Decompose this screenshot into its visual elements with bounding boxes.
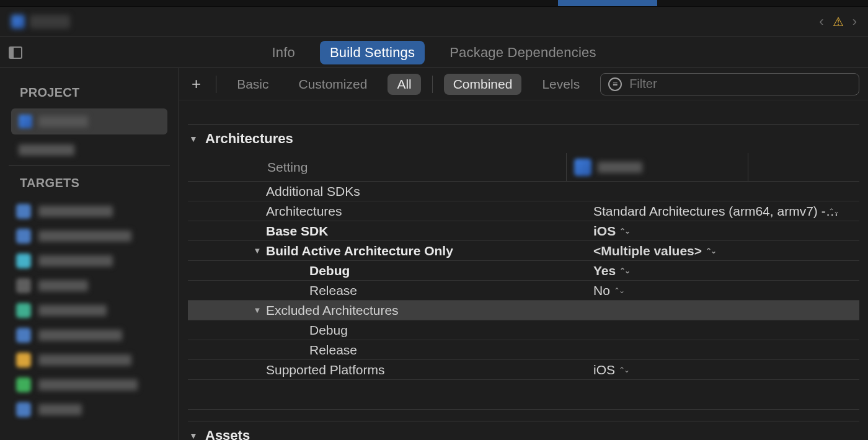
setting-value[interactable]: Yes⌃⌄ [580,263,859,278]
scope-all[interactable]: All [388,74,420,95]
stepper-icon[interactable]: ⌃⌄ [614,286,624,295]
target-label [38,231,131,242]
target-icon [16,303,31,318]
divider [216,76,216,93]
target-label [38,206,113,217]
scope-customized[interactable]: Customized [290,74,377,95]
project-label [38,116,88,127]
target-icon [16,353,31,367]
stepper-icon[interactable]: ⌃⌄ [706,247,715,255]
sidebar-project-item[interactable] [11,108,167,134]
stepper-icon[interactable]: ⌃⌄ [619,227,629,235]
sidebar-project-header: PROJECT [20,86,179,100]
setting-value[interactable]: iOS⌃⌄ [580,224,859,239]
scope-basic[interactable]: Basic [228,74,278,95]
target-icon [16,204,31,219]
target-label [38,280,88,291]
setting-row-excluded-release[interactable]: Release [188,340,859,360]
project-icon [19,115,32,128]
stepper-icon[interactable]: ⌃⌄ [828,207,838,216]
target-label [598,162,642,173]
tab-build-settings[interactable]: Build Settings [320,41,425,64]
setting-row-supported-platforms[interactable]: Supported Platforms iOS⌃⌄ [188,360,859,380]
filter-input[interactable] [629,77,851,91]
sidebar-target-item[interactable] [0,249,179,273]
setting-value[interactable]: <Multiple values>⌃⌄ [580,244,859,258]
target-icon [16,229,31,244]
sidebar-target-item[interactable] [0,273,179,298]
setting-key: Base SDK [188,224,580,239]
divider [432,76,433,93]
target-label [38,255,113,266]
setting-row-base-sdk[interactable]: Base SDK iOS⌃⌄ [188,221,859,241]
section-assets: ▼ Assets [188,421,859,440]
columns-header: Setting [188,153,859,182]
setting-row-build-active-arch[interactable]: ▼ Build Active Architecture Only <Multip… [188,241,859,261]
breadcrumb[interactable] [11,15,70,29]
sidebar-target-item[interactable] [0,397,179,422]
tab-info[interactable]: Info [272,45,295,61]
project-icon [11,15,25,29]
setting-key: Release [188,343,580,358]
sidebar-target-item[interactable] [0,348,179,372]
view-levels[interactable]: Levels [533,74,589,95]
nav-forward-icon[interactable]: › [852,14,857,30]
filter-icon [608,77,622,91]
setting-row-excluded-debug[interactable]: Debug [188,320,859,340]
section-title: Architectures [205,131,293,147]
target-icon [574,159,591,176]
warning-icon[interactable]: ⚠ [833,14,844,29]
sidebar-target-item[interactable] [0,199,179,224]
filter-field[interactable] [600,73,859,95]
target-icon [16,377,31,392]
chevron-down-icon[interactable]: ▼ [252,246,262,255]
setting-row-baao-release[interactable]: Release No⌃⌄ [188,281,859,301]
setting-row-architectures[interactable]: Architectures Standard Architectures (ar… [188,201,859,221]
setting-key: Additional SDKs [188,184,580,199]
tab-package-dependencies[interactable]: Package Dependencies [450,45,596,61]
target-icon [16,253,31,268]
setting-key: Release [188,283,580,298]
setting-value[interactable]: No⌃⌄ [580,283,859,298]
setting-value[interactable]: iOS⌃⌄ [580,363,859,377]
chevron-down-icon[interactable]: ▼ [252,306,262,315]
section-header[interactable]: ▼ Assets [188,421,859,440]
setting-key: Debug [188,263,580,278]
add-button[interactable]: + [188,74,205,94]
sidebar-target-item[interactable] [0,323,179,348]
sidebar-toggle-icon[interactable] [9,46,22,59]
sidebar-project-item[interactable] [11,141,167,159]
section-spacer [188,380,859,410]
setting-value[interactable]: Standard Architectures (arm64, armv7) -…… [580,204,859,219]
column-setting-label: Setting [188,160,566,175]
target-label [38,379,138,390]
target-icon [16,402,31,417]
sidebar-target-item[interactable] [0,224,179,249]
build-settings-pane: + Basic Customized All Combined Levels [179,68,868,440]
stepper-icon[interactable]: ⌃⌄ [619,366,629,374]
section-header[interactable]: ▼ Architectures [188,124,859,153]
setting-row-excluded-arch[interactable]: ▼ Excluded Architectures [188,301,859,320]
setting-key: ▼ Excluded Architectures [188,303,580,318]
setting-key: Architectures [188,204,580,219]
setting-key: Supported Platforms [188,363,580,377]
target-label [38,354,131,366]
setting-row-additional-sdks[interactable]: Additional SDKs [188,182,859,201]
chevron-down-icon: ▼ [188,134,199,144]
section-architectures: ▼ Architectures Setting Additional SDKs [188,124,859,410]
window-tab-strip [0,0,868,7]
sidebar-target-item[interactable] [0,298,179,323]
editor-header: Info Build Settings Package Dependencies [0,37,868,68]
target-label [38,330,122,341]
breadcrumb-label [30,15,70,29]
setting-row-baao-debug[interactable]: Debug Yes⌃⌄ [188,261,859,281]
nav-back-icon[interactable]: ‹ [819,14,823,30]
sidebar-target-item[interactable] [0,372,179,397]
view-combined[interactable]: Combined [444,74,522,95]
active-window-tab[interactable] [558,0,657,6]
stepper-icon[interactable]: ⌃⌄ [619,266,629,275]
chevron-down-icon: ▼ [188,431,199,440]
project-sidebar: PROJECT TARGETS [0,68,179,440]
target-icon [16,328,31,343]
settings-toolbar: + Basic Customized All Combined Levels [179,68,868,100]
